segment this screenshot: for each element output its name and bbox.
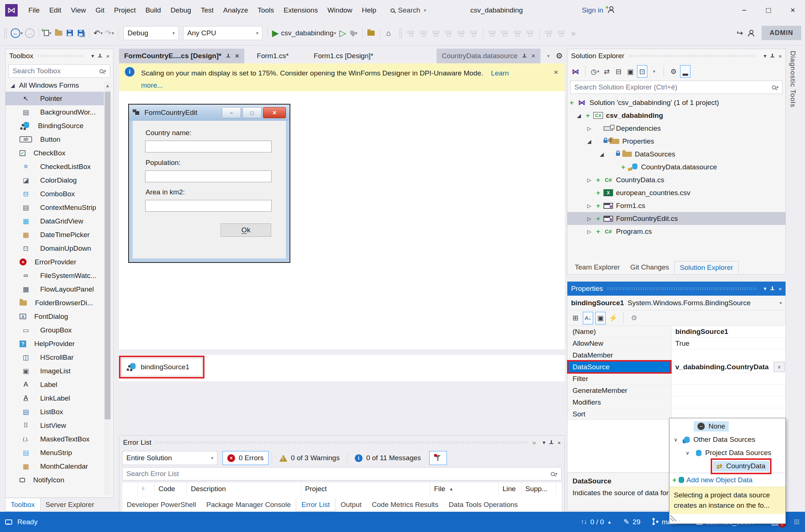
minimize-button[interactable]: − <box>732 0 756 21</box>
toolbox-item[interactable]: ⠿ ListView <box>6 419 106 432</box>
sign-in[interactable]: Sign in + <box>582 6 614 15</box>
expander-icon[interactable]: ▷ <box>587 216 596 222</box>
warnings-filter-button[interactable]: 0 of 3 Warnings <box>275 451 344 465</box>
toolbar-overflow[interactable]: » <box>568 26 579 40</box>
tab-form1-cs[interactable]: Form1.cs* <box>244 49 301 63</box>
show-all-files-icon[interactable]: ⊡ <box>637 65 647 78</box>
scrollbar-thumb[interactable] <box>105 92 111 419</box>
toolbox-item[interactable]: ⊡ DomainUpDown <box>6 242 106 255</box>
toolbox-item[interactable]: ▦ DateTimePicker <box>6 228 106 242</box>
bottom-tab[interactable]: Error List <box>296 498 335 511</box>
properties-wrench-icon[interactable]: ⚙ <box>668 65 679 78</box>
toolbox-item[interactable]: FolderBrowserDi... <box>6 296 106 310</box>
form-minimize-button[interactable]: − <box>222 107 241 118</box>
align-rights-icon[interactable] <box>432 30 441 36</box>
explorer-tab[interactable]: Git Changes <box>625 261 675 274</box>
menu-item[interactable]: Git <box>91 4 109 17</box>
close-icon[interactable]: × <box>235 52 239 60</box>
toolbox-item[interactable]: ▤ BackgroundWor... <box>6 105 106 119</box>
menu-item[interactable]: Analyze <box>218 4 253 17</box>
bottom-tab[interactable]: Server Explorer <box>41 498 99 511</box>
window-position-icon[interactable]: ▾ <box>91 53 94 59</box>
tab-diagnostic-tools[interactable]: Diagnostic Tools <box>789 51 797 108</box>
bottom-tab[interactable]: Code Metrics Results <box>367 498 444 511</box>
property-row[interactable]: DataSource v_dababinding.CountryData ∨ <box>567 361 785 373</box>
scope-dropdown[interactable]: Entire Solution▾ <box>122 451 217 465</box>
solution-tree-item[interactable]: ◢ + C# csv_dababinding <box>567 109 785 122</box>
component-tray-splitter[interactable] <box>119 349 565 355</box>
pending-edits-indicator[interactable]: ✎ 29 <box>620 518 644 526</box>
property-row[interactable]: GenerateMember <box>567 385 785 397</box>
bottom-tab[interactable]: Developer PowerShell <box>122 498 201 511</box>
explorer-tab[interactable]: Solution Explorer <box>674 261 739 274</box>
solution-tree-item[interactable]: ▷ + Form1.cs <box>567 199 785 212</box>
window-position-icon[interactable]: ▾ <box>764 53 767 59</box>
population-input[interactable] <box>145 170 272 182</box>
property-row[interactable]: Modifiers <box>567 397 785 408</box>
toolbox-item[interactable]: ▤ ListBox <box>6 405 106 419</box>
object-selector[interactable]: bindingSource1 System.Windows.Forms.Bind… <box>567 296 785 310</box>
toolbox-item[interactable]: ▩ FlowLayoutPanel <box>6 282 106 296</box>
resize-grip[interactable] <box>794 519 800 525</box>
save-button[interactable] <box>64 26 75 40</box>
toolbox-item[interactable]: ? HelpProvider <box>6 337 106 350</box>
bottom-tab[interactable]: Package Manager Console <box>201 498 296 511</box>
chevron-icon[interactable]: ∨ <box>683 450 692 456</box>
panel-drag-handle[interactable] <box>628 54 756 58</box>
toolbox-item[interactable]: ⊟ ComboBox <box>6 187 106 201</box>
make-same-width-icon[interactable] <box>488 30 497 36</box>
value-dropdown-button[interactable]: ∨ <box>774 362 785 372</box>
align-centers-icon[interactable] <box>419 30 428 36</box>
errors-filter-button[interactable]: 0 Errors <box>223 451 269 465</box>
scroll-up-arrow[interactable]: ▲ <box>104 81 111 90</box>
toolbox-search-input[interactable]: Search Toolbox ▾ <box>8 64 110 78</box>
area-input[interactable] <box>145 200 272 212</box>
navigate-forward-button[interactable]: → <box>24 26 36 40</box>
maximize-button[interactable]: □ <box>756 0 781 21</box>
alphabetical-icon[interactable]: A↓ <box>583 312 593 324</box>
panel-drag-handle[interactable] <box>155 441 528 444</box>
toolbar-grip[interactable] <box>4 28 7 38</box>
solution-tree-item[interactable]: + ⋈ Solution 'csv_dababinding' (1 of 1 p… <box>567 96 785 109</box>
expander-icon[interactable]: ▷ <box>587 177 596 183</box>
solution-tree-item[interactable]: ◢ DataSources <box>567 148 785 161</box>
add-new-object-data[interactable]: + Add new Object Data <box>669 473 785 487</box>
save-all-button[interactable] <box>75 26 86 40</box>
messages-filter-button[interactable]: i0 of 11 Messages <box>350 451 426 465</box>
panel-drag-handle[interactable] <box>607 287 756 290</box>
close-button[interactable]: × <box>781 0 805 21</box>
designer-options-gear-icon[interactable]: ⚙ <box>554 49 565 63</box>
menu-item[interactable]: Project <box>109 4 141 17</box>
pin-icon[interactable] <box>226 53 231 59</box>
tab-list-dropdown-icon[interactable]: ▾ <box>543 49 554 63</box>
open-file-button[interactable] <box>53 26 64 40</box>
navigate-back-button[interactable]: ←▾ <box>10 26 24 40</box>
chevron-icon[interactable]: ∨ <box>671 437 680 443</box>
lines-changed-indicator[interactable]: ↑↓ 0 / 0 ▲ <box>577 518 615 526</box>
pin-icon[interactable] <box>98 53 102 59</box>
property-row[interactable]: Filter <box>567 373 785 385</box>
align-middles-icon[interactable] <box>457 30 466 36</box>
toolbox-item[interactable]: ▭ GroupBox <box>6 323 106 337</box>
menu-item[interactable]: Help <box>357 4 381 17</box>
bottom-tab[interactable]: Data Tools Operations <box>444 498 523 511</box>
platform-dropdown[interactable]: Any CPU▾ <box>183 26 262 40</box>
find-in-files-button[interactable] <box>365 26 377 40</box>
configuration-dropdown[interactable]: Debug▾ <box>123 26 179 40</box>
expander-icon[interactable]: ◢ <box>600 151 609 157</box>
close-icon[interactable]: × <box>531 52 535 60</box>
toolbox-item[interactable]: ✓ CheckBox <box>6 146 106 160</box>
designer-canvas[interactable]: FormCountryEdit − □ × Country name: Popu… <box>119 91 565 381</box>
zoom-icon[interactable] <box>526 30 535 36</box>
property-pages-wrench-icon[interactable]: ⚙ <box>629 312 639 324</box>
toolbar-grip[interactable] <box>399 28 403 38</box>
menu-item[interactable]: Tools <box>253 4 279 17</box>
toolbox-item[interactable]: ∞ FileSystemWatc... <box>6 269 106 282</box>
solution-tree-item[interactable]: ▷ + FormCountryEdit.cs <box>567 212 785 225</box>
menu-item[interactable]: Window <box>323 4 357 17</box>
form-maximize-button[interactable]: □ <box>242 107 262 118</box>
expander-icon[interactable]: ▷ <box>587 229 596 235</box>
sync-with-active-document-icon[interactable]: ⇄ <box>602 65 612 78</box>
solution-tree-item[interactable]: + X european_countries.csv <box>567 186 785 199</box>
horizontal-spacing-icon[interactable] <box>545 30 553 36</box>
